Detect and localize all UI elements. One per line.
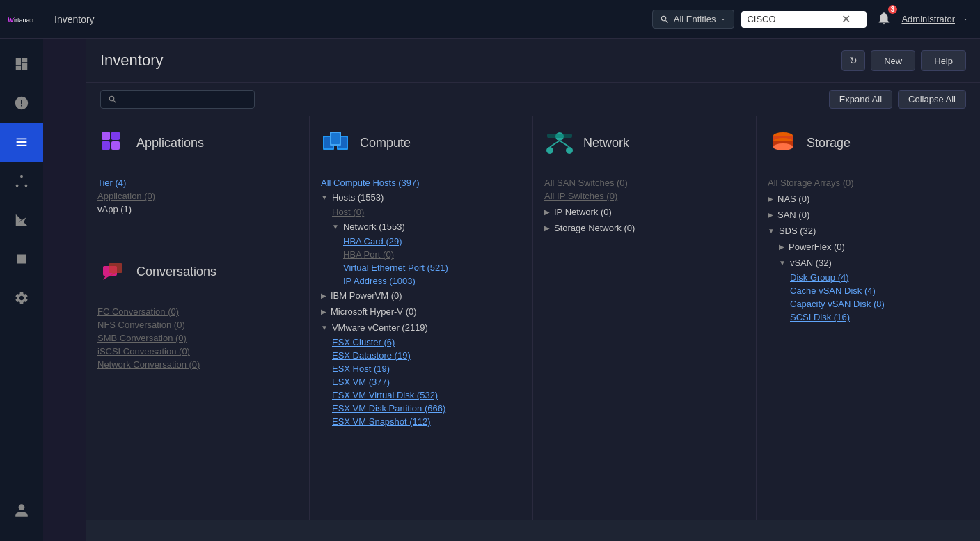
host-link[interactable]: Host (0)	[332, 207, 364, 217]
sds-label: SDS (32)	[779, 226, 816, 236]
storage-title: Storage	[807, 136, 851, 150]
vmware-group-header[interactable]: ▼ VMware vCenter (2119)	[321, 321, 521, 334]
svg-point-4	[16, 185, 19, 187]
hosts-label: Hosts (1553)	[332, 192, 384, 203]
app-logo[interactable]: \v irtana IO	[0, 0, 43, 39]
entity-label: All Entities	[674, 14, 716, 24]
hba-card-item: HBA Card (29)	[343, 236, 521, 246]
fc-conv-item: FC Conversation (0)	[97, 306, 298, 317]
storage-network-group-header[interactable]: ▶ Storage Network (0)	[544, 221, 745, 235]
admin-button[interactable]: Administrator	[901, 14, 955, 24]
cache-vsan-link[interactable]: Cache vSAN Disk (4)	[790, 285, 876, 296]
san-group: ▶ SAN (0)	[768, 208, 969, 221]
esx-datastore-link[interactable]: ESX Datastore (19)	[332, 350, 411, 361]
network-header: Network	[544, 127, 745, 165]
powerflex-group-header[interactable]: ▶ PowerFlex (0)	[779, 240, 969, 253]
hba-port-link[interactable]: HBA Port (0)	[343, 249, 394, 260]
clear-search-button[interactable]: ✕	[841, 14, 851, 25]
svg-point-3	[20, 175, 23, 178]
all-san-link[interactable]: All SAN Switches (0)	[544, 178, 628, 188]
network-sub-content: HBA Card (29) HBA Port (0) Virtual Ether…	[332, 236, 521, 286]
vsan-group: ▼ vSAN (32) Disk Group (4) Cache vSAN Di…	[779, 256, 969, 322]
smb-conv-link[interactable]: SMB Conversation (0)	[97, 333, 187, 343]
vep-link[interactable]: Virtual Ethernet Port (521)	[343, 262, 448, 273]
hyper-arrow: ▶	[321, 308, 326, 315]
powerflex-arrow: ▶	[779, 243, 784, 251]
fc-conv-link[interactable]: FC Conversation (0)	[97, 306, 179, 317]
esx-datastore-item: ESX Datastore (19)	[332, 350, 521, 361]
filter-input[interactable]	[122, 94, 247, 104]
esx-cluster-link[interactable]: ESX Cluster (6)	[332, 337, 395, 347]
notifications-button[interactable]: 3	[874, 8, 894, 31]
expand-all-button[interactable]: Expand All	[829, 90, 892, 109]
esx-vm-dp-link[interactable]: ESX VM Disk Partition (666)	[332, 403, 445, 414]
sidebar-item-reports[interactable]	[0, 240, 43, 279]
iscsi-conv-link[interactable]: iSCSI Conversation (0)	[97, 346, 190, 356]
esx-host-link[interactable]: ESX Host (19)	[332, 363, 390, 374]
hosts-group-header[interactable]: ▼ Hosts (1553)	[321, 191, 521, 204]
toolbar-search-box	[100, 90, 255, 109]
hba-card-link[interactable]: HBA Card (29)	[343, 236, 402, 246]
conversations-icon	[97, 256, 128, 287]
sidebar-item-user[interactable]	[0, 491, 43, 530]
esx-vm-vdisk-link[interactable]: ESX VM Virtual Disk (532)	[332, 390, 438, 400]
entity-dropdown[interactable]: All Entities	[652, 10, 735, 29]
hyper-group: ▶ Microsoft Hyper-V (0)	[321, 305, 521, 318]
network-sub-arrow: ▼	[332, 223, 339, 230]
all-ip-link[interactable]: All IP Switches (0)	[544, 191, 617, 201]
sidebar-item-settings[interactable]	[0, 279, 43, 317]
applications-title: Applications	[136, 136, 204, 150]
ip-address-link[interactable]: IP Address (1003)	[343, 276, 416, 286]
nas-arrow: ▶	[768, 195, 773, 203]
sidebar-item-topology[interactable]	[0, 162, 43, 201]
sidebar-item-dashboard[interactable]	[0, 45, 43, 84]
refresh-button[interactable]: ↻	[841, 50, 865, 71]
applications-column: Applications Tier (4) Application (0) vA…	[86, 116, 310, 520]
vsan-group-header[interactable]: ▼ vSAN (32)	[779, 256, 969, 269]
esx-vm-snap-link[interactable]: ESX VM Snapshot (112)	[332, 416, 431, 427]
svg-line-23	[550, 141, 560, 147]
vsan-content: Disk Group (4) Cache vSAN Disk (4) Capac…	[779, 272, 969, 322]
san-arrow: ▶	[768, 211, 773, 219]
sds-group-header[interactable]: ▼ SDS (32)	[768, 224, 969, 237]
tier-link[interactable]: Tier (4)	[97, 178, 126, 188]
all-compute-link[interactable]: All Compute Hosts (397)	[321, 178, 420, 188]
sidebar-item-inventory[interactable]	[0, 123, 43, 162]
nfs-conv-link[interactable]: NFS Conversation (0)	[97, 320, 185, 330]
capacity-vsan-link[interactable]: Capacity vSAN Disk (8)	[790, 299, 885, 309]
scsi-disk-link[interactable]: SCSI Disk (16)	[790, 312, 850, 322]
sidebar-item-analytics[interactable]	[0, 201, 43, 240]
ip-network-group: ▶ IP Network (0)	[544, 205, 745, 219]
network-conv-item: Network Conversation (0)	[97, 359, 298, 370]
all-arrays-link[interactable]: All Storage Arrays (0)	[768, 178, 854, 188]
hyper-group-header[interactable]: ▶ Microsoft Hyper-V (0)	[321, 305, 521, 318]
esx-vm-link[interactable]: ESX VM (377)	[332, 377, 390, 387]
new-button[interactable]: New	[871, 50, 915, 71]
help-button[interactable]: Help	[921, 50, 966, 71]
ibm-group-header[interactable]: ▶ IBM PowerVM (0)	[321, 289, 521, 302]
nas-group-header[interactable]: ▶ NAS (0)	[768, 192, 969, 205]
search-input[interactable]	[747, 14, 837, 24]
esx-vm-dp-item: ESX VM Disk Partition (666)	[332, 403, 521, 414]
vsan-label: vSAN (32)	[790, 258, 832, 268]
all-arrays-item: All Storage Arrays (0)	[768, 178, 969, 188]
sds-group: ▼ SDS (32) ▶ PowerFlex (0) ▼ vSAN (32)	[768, 224, 969, 322]
cache-vsan-item: Cache vSAN Disk (4)	[790, 285, 969, 296]
ip-address-item: IP Address (1003)	[343, 276, 521, 286]
sidebar-item-alerts[interactable]	[0, 84, 43, 123]
network-conv-link[interactable]: Network Conversation (0)	[97, 359, 200, 370]
network-sub-header[interactable]: ▼ Network (1553)	[332, 220, 521, 233]
svg-point-21	[546, 147, 553, 154]
san-group-header[interactable]: ▶ SAN (0)	[768, 208, 969, 221]
ip-network-group-header[interactable]: ▶ IP Network (0)	[544, 205, 745, 219]
topbar-title: Inventory	[54, 14, 95, 25]
esx-vm-vdisk-item: ESX VM Virtual Disk (532)	[332, 390, 521, 400]
svg-text:IO: IO	[28, 18, 33, 23]
disk-group-link[interactable]: Disk Group (4)	[790, 272, 849, 283]
collapse-all-button[interactable]: Collapse All	[898, 90, 966, 109]
main-content: Inventory ↻ New Help Expand All Collapse…	[86, 39, 980, 541]
all-ip-item: All IP Switches (0)	[544, 191, 745, 201]
vmware-arrow: ▼	[321, 324, 328, 331]
scsi-disk-item: SCSI Disk (16)	[790, 312, 969, 322]
application-link[interactable]: Application (0)	[97, 191, 155, 201]
